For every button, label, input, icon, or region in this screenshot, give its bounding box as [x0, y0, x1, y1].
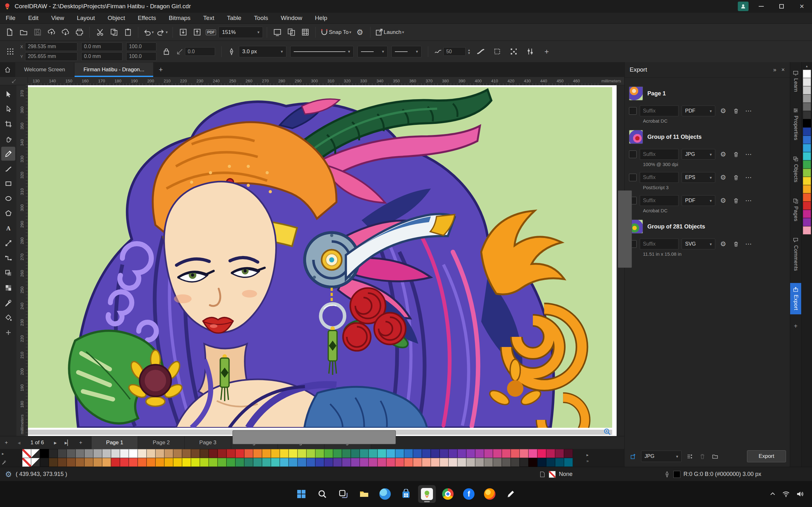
menu-item[interactable]: Bitmaps	[169, 14, 191, 21]
color-swatch[interactable]	[440, 458, 449, 467]
new-tab-button[interactable]: +	[154, 62, 168, 77]
color-swatch[interactable]	[155, 449, 164, 458]
half-fill-swatch[interactable]	[31, 458, 40, 467]
wifi-icon[interactable]	[782, 490, 790, 498]
more-options-icon[interactable]: ⋯	[744, 239, 753, 249]
color-swatch[interactable]	[466, 458, 475, 467]
color-swatch[interactable]	[298, 458, 306, 467]
firefox-browser-icon[interactable]	[481, 485, 499, 503]
default-format-select[interactable]: JPG▾	[641, 451, 681, 462]
color-swatch[interactable]	[200, 458, 209, 467]
color-swatch[interactable]	[75, 458, 84, 467]
export-button[interactable]: Export	[747, 450, 786, 462]
color-swatch[interactable]	[226, 458, 235, 467]
export-item-checkbox[interactable]	[629, 174, 637, 181]
options-gear-icon[interactable]: ⚙	[354, 26, 366, 39]
smoothing-field[interactable]	[444, 47, 466, 56]
color-swatch[interactable]	[564, 458, 573, 467]
delete-format-icon[interactable]	[731, 196, 741, 205]
import-icon[interactable]	[177, 26, 189, 39]
paste-icon[interactable]	[121, 26, 134, 39]
color-swatch[interactable]	[84, 458, 93, 467]
rotation-field[interactable]	[185, 47, 215, 56]
color-swatch[interactable]	[235, 458, 244, 467]
pick-tool-icon[interactable]	[1, 87, 15, 101]
format-settings-gear-icon[interactable]: ⚙	[718, 239, 728, 249]
undo-icon[interactable]: ▾	[142, 26, 155, 39]
color-swatch[interactable]	[395, 458, 404, 467]
color-swatch[interactable]	[803, 169, 811, 177]
horizontal-scrollbar[interactable]	[28, 430, 612, 435]
ruler-origin-corner[interactable]	[0, 77, 28, 85]
page-tab[interactable]: Page 3	[185, 436, 231, 449]
color-swatch[interactable]	[262, 449, 271, 458]
first-page-icon[interactable]: ◂	[13, 436, 26, 449]
color-swatch[interactable]	[93, 458, 102, 467]
color-swatch[interactable]	[147, 458, 155, 467]
color-swatch[interactable]	[803, 135, 811, 144]
ellipse-tool-icon[interactable]	[1, 191, 15, 205]
more-options-icon[interactable]: ⋯	[744, 196, 753, 205]
color-swatch[interactable]	[182, 458, 191, 467]
color-swatch[interactable]	[803, 202, 811, 210]
scale-h-field[interactable]	[126, 43, 156, 51]
snap-to-dropdown[interactable]: Snap To▾	[319, 26, 352, 39]
format-select[interactable]: EPS▾	[681, 172, 715, 183]
color-swatch[interactable]	[546, 449, 555, 458]
menu-item[interactable]: View	[51, 14, 64, 21]
color-swatch[interactable]	[422, 458, 431, 467]
color-swatch[interactable]	[120, 458, 129, 467]
menu-item[interactable]: Tools	[254, 14, 268, 21]
delete-format-icon[interactable]	[731, 173, 741, 182]
last-page-icon[interactable]: ▸▏	[62, 436, 74, 449]
color-swatch[interactable]	[40, 458, 49, 467]
docker-tab-properties[interactable]: Properties	[790, 104, 801, 144]
color-swatch[interactable]	[129, 449, 138, 458]
coreldraw-app-icon[interactable]	[418, 485, 436, 503]
menu-item[interactable]: Edit	[28, 14, 39, 21]
shape-tool-icon[interactable]	[1, 102, 15, 116]
color-swatch[interactable]	[235, 449, 244, 458]
color-swatch[interactable]	[431, 449, 440, 458]
color-swatch[interactable]	[351, 458, 360, 467]
delete-format-icon[interactable]	[731, 150, 741, 159]
palette-eyedropper-icon[interactable]	[2, 460, 6, 464]
color-swatch[interactable]	[449, 449, 457, 458]
color-swatch[interactable]	[262, 458, 271, 467]
palette-expander-icon[interactable]: ▸	[2, 451, 6, 456]
save-icon[interactable]	[31, 26, 44, 39]
color-swatch[interactable]	[40, 449, 49, 458]
color-swatch[interactable]	[413, 449, 422, 458]
color-swatch[interactable]	[803, 111, 811, 119]
suffix-input[interactable]	[640, 239, 678, 249]
format-settings-gear-icon[interactable]: ⚙	[718, 196, 728, 205]
smart-fill-tool-icon[interactable]	[1, 311, 15, 325]
microsoft-store-icon[interactable]	[397, 485, 415, 503]
color-swatch[interactable]	[803, 78, 811, 86]
color-swatch[interactable]	[315, 458, 324, 467]
color-swatch[interactable]	[519, 449, 528, 458]
connector-tool-icon[interactable]	[1, 251, 15, 265]
horizontal-scrollbar-thumb[interactable]	[233, 430, 396, 444]
color-swatch[interactable]	[803, 210, 811, 218]
crop-tool-icon[interactable]	[1, 117, 15, 131]
drop-shadow-tool-icon[interactable]	[1, 266, 15, 280]
add-page-button[interactable]: +	[0, 436, 13, 449]
suffix-input[interactable]	[640, 172, 678, 183]
color-swatch[interactable]	[173, 449, 182, 458]
color-swatch[interactable]	[360, 458, 368, 467]
multipage-view-icon[interactable]	[285, 26, 298, 39]
task-view-icon[interactable]	[334, 485, 352, 503]
color-swatch[interactable]	[253, 458, 262, 467]
publish-pdf-icon[interactable]: PDF	[205, 26, 217, 39]
pan-tool-icon[interactable]	[1, 132, 15, 146]
add-docker-button[interactable]: +	[794, 323, 798, 330]
color-swatch[interactable]	[67, 449, 75, 458]
color-swatch[interactable]	[440, 449, 449, 458]
color-swatch[interactable]	[138, 449, 147, 458]
format-select[interactable]: JPG▾	[681, 149, 715, 160]
close-button[interactable]: ×	[792, 0, 812, 13]
export-list-settings-icon[interactable]	[685, 452, 694, 461]
color-swatch[interactable]	[395, 449, 404, 458]
color-swatch[interactable]	[386, 449, 395, 458]
